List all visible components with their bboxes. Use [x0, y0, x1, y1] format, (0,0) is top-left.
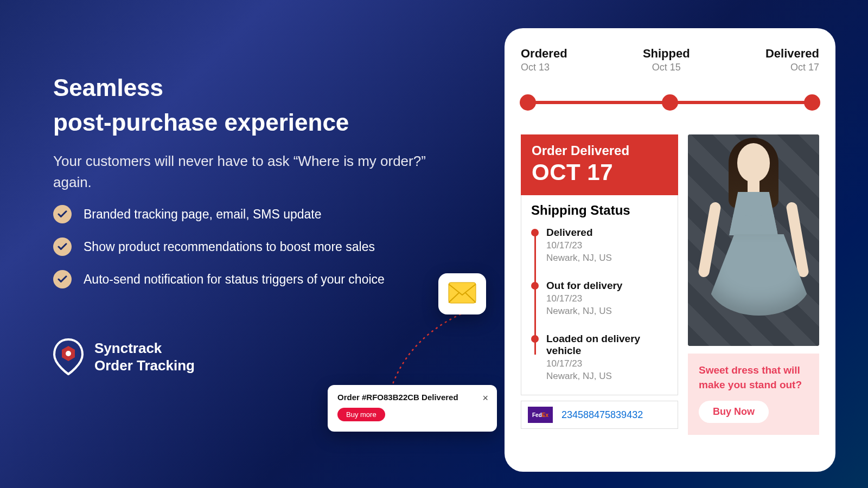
buy-more-button[interactable]: Buy more [337, 408, 385, 421]
delivered-date: OCT 17 [532, 159, 667, 185]
timeline-step-ordered: Ordered Oct 13 [521, 47, 567, 73]
brand-name: Synctrack Order Tracking [94, 339, 195, 375]
brand-footer: Synctrack Order Tracking [53, 338, 195, 375]
promo-text: Sweet dress that will make you stand out… [699, 363, 808, 392]
fedex-logo-icon: FedEx [528, 407, 553, 423]
shipping-event: Delivered 10/17/23 Newark, NJ, US [546, 227, 668, 264]
event-title: Delivered [546, 227, 668, 239]
timeline-title: Ordered [521, 47, 567, 61]
svg-point-0 [66, 351, 71, 356]
timeline-title: Delivered [765, 47, 819, 61]
feature-list: Branded tracking page, email, SMS update… [53, 206, 385, 288]
feature-text: Show product recommendations to boost mo… [84, 239, 375, 255]
close-icon[interactable]: × [482, 393, 488, 404]
buy-now-button[interactable]: Buy Now [699, 401, 769, 423]
timeline-dot-icon [804, 94, 820, 111]
shipping-event: Out for delivery 10/17/23 Newark, NJ, US [546, 280, 668, 317]
page-headline: Seamless post-purchase experience [53, 70, 349, 140]
feature-item: Show product recommendations to boost mo… [53, 239, 385, 256]
progress-timeline: Ordered Oct 13 Shipped Oct 15 Delivered … [521, 47, 819, 73]
brand-line1: Synctrack [94, 339, 195, 357]
promo-box: Sweet dress that will make you stand out… [688, 354, 819, 435]
timeline-dot-icon [662, 94, 678, 111]
timeline-step-delivered: Delivered Oct 17 [765, 47, 819, 73]
toast-title: Order #RFO83B22CB Delivered [337, 393, 458, 402]
shipping-event: Loaded on delivery vehicle 10/17/23 Newa… [546, 333, 668, 382]
tracking-widget: Ordered Oct 13 Shipped Oct 15 Delivered … [505, 28, 835, 472]
event-location: Newark, NJ, US [546, 371, 668, 382]
check-icon [53, 237, 72, 256]
check-icon [53, 205, 72, 223]
event-date: 10/17/23 [546, 293, 668, 304]
check-icon [53, 270, 72, 288]
timeline-dot-icon [520, 94, 536, 111]
event-location: Newark, NJ, US [546, 253, 668, 264]
timeline-title: Shipped [643, 47, 690, 61]
event-location: Newark, NJ, US [546, 306, 668, 317]
brand-logo-icon [53, 338, 84, 375]
event-list: Delivered 10/17/23 Newark, NJ, US Out fo… [531, 227, 668, 382]
product-photo [688, 134, 819, 346]
shipping-status-box: Shipping Status Delivered 10/17/23 Newar… [521, 195, 678, 395]
tracking-number-link[interactable]: 234588475839432 [561, 409, 643, 421]
feature-text: Branded tracking page, email, SMS update [84, 206, 322, 223]
feature-text: Auto-send notification for status trigge… [84, 271, 385, 288]
promo-column: Sweet dress that will make you stand out… [688, 134, 819, 472]
event-date: 10/17/23 [546, 240, 668, 251]
event-title: Loaded on delivery vehicle [546, 333, 668, 357]
page-subhead: Your customers will never have to ask “W… [53, 151, 444, 193]
delivered-title: Order Delivered [532, 143, 667, 158]
envelope-icon [448, 282, 476, 306]
delivered-banner: Order Delivered OCT 17 [521, 134, 678, 195]
email-notification-card [438, 273, 486, 314]
timeline-date: Oct 17 [765, 62, 819, 73]
status-column: Order Delivered OCT 17 Shipping Status D… [521, 134, 678, 472]
timeline-step-shipped: Shipped Oct 15 [643, 47, 690, 73]
brand-line2: Order Tracking [94, 357, 195, 375]
feature-item: Auto-send notification for status trigge… [53, 271, 385, 288]
timeline-date: Oct 15 [643, 62, 690, 73]
feature-item: Branded tracking page, email, SMS update [53, 206, 385, 223]
svg-rect-1 [449, 282, 476, 303]
carrier-row: FedEx 234588475839432 [521, 401, 678, 429]
event-title: Out for delivery [546, 280, 668, 292]
toast-notification: Order #RFO83B22CB Delivered × Buy more [328, 385, 497, 432]
headline-line2: post-purchase experience [53, 105, 349, 140]
status-heading: Shipping Status [531, 203, 668, 218]
headline-line1: Seamless [53, 70, 349, 105]
timeline-date: Oct 13 [521, 62, 567, 73]
event-date: 10/17/23 [546, 358, 668, 369]
